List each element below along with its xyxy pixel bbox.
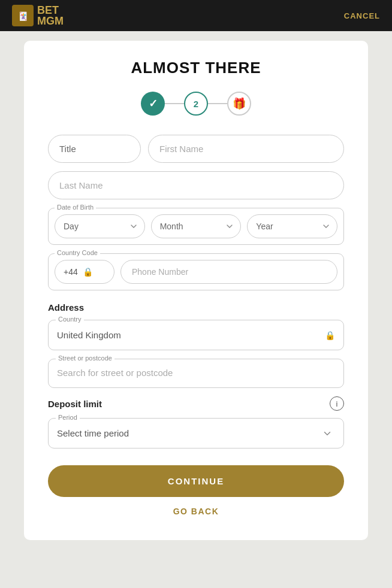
- country-container: Country United Kingdom 🔒: [48, 320, 344, 350]
- info-icon[interactable]: i: [330, 396, 344, 411]
- dob-container: Date of Birth Day Month Year: [48, 208, 344, 245]
- dob-selects: Day Month Year: [55, 214, 337, 238]
- country-label: Country: [56, 316, 84, 323]
- logo: 🃏 BET MGM: [12, 5, 64, 26]
- period-label: Period: [56, 414, 80, 421]
- step-connector-2: [208, 103, 227, 104]
- country-code-value: +44: [64, 267, 78, 277]
- form-card: ALMOST THERE 2 🎁 Title Mr Mrs Ms Miss Dr…: [24, 41, 368, 540]
- step-2: 2: [184, 92, 208, 116]
- lock-icon: 🔒: [83, 267, 93, 277]
- lastname-group: [48, 171, 344, 199]
- street-label: Street or postcode: [56, 354, 114, 362]
- phone-row: +44 🔒: [55, 260, 337, 284]
- country-value: United Kingdom: [57, 330, 121, 340]
- step-connector-1: [165, 103, 184, 104]
- dob-label: Date of Birth: [55, 204, 96, 211]
- name-row: Title Mr Mrs Ms Miss Dr: [48, 135, 344, 163]
- country-value-row: United Kingdom 🔒: [57, 328, 335, 343]
- phone-country-label: Country Code: [55, 249, 100, 256]
- continue-button[interactable]: CONTINUE: [48, 465, 344, 497]
- period-container: Period Select time period Daily Weekly M…: [48, 418, 344, 448]
- lastname-input[interactable]: [48, 171, 344, 199]
- step-3: 🎁: [227, 92, 251, 116]
- progress-steps: 2 🎁: [48, 92, 344, 116]
- street-container: Street or postcode: [48, 359, 344, 388]
- step-2-label: 2: [194, 99, 198, 109]
- firstname-input[interactable]: [148, 135, 344, 163]
- address-section-title: Address: [48, 302, 344, 313]
- country-lock-icon: 🔒: [325, 331, 335, 340]
- svg-text:🃏: 🃏: [18, 11, 29, 22]
- country-code-box: +44 🔒: [55, 260, 114, 284]
- step-3-icon: 🎁: [233, 97, 246, 110]
- go-back-button[interactable]: GO BACK: [48, 507, 344, 516]
- title-select[interactable]: Title Mr Mrs Ms Miss Dr: [48, 135, 141, 163]
- logo-text: BET MGM: [37, 5, 64, 26]
- day-select[interactable]: Day: [55, 214, 145, 238]
- step-1: [141, 92, 165, 116]
- header: 🃏 BET MGM CANCEL: [0, 0, 392, 31]
- phone-container: Country Code +44 🔒: [48, 253, 344, 290]
- period-select[interactable]: Select time period Daily Weekly Monthly: [57, 426, 335, 441]
- deposit-limit-row: Deposit limit i: [48, 396, 344, 411]
- logo-icon: 🃏: [12, 5, 34, 26]
- month-select[interactable]: Month: [151, 214, 242, 238]
- step-1-check: [149, 97, 158, 110]
- deposit-limit-title: Deposit limit: [48, 399, 102, 409]
- street-input[interactable]: [57, 365, 335, 380]
- year-select[interactable]: Year: [247, 214, 337, 238]
- page-title: ALMOST THERE: [48, 59, 344, 77]
- cancel-button[interactable]: CANCEL: [344, 11, 380, 20]
- phone-input[interactable]: [120, 260, 337, 284]
